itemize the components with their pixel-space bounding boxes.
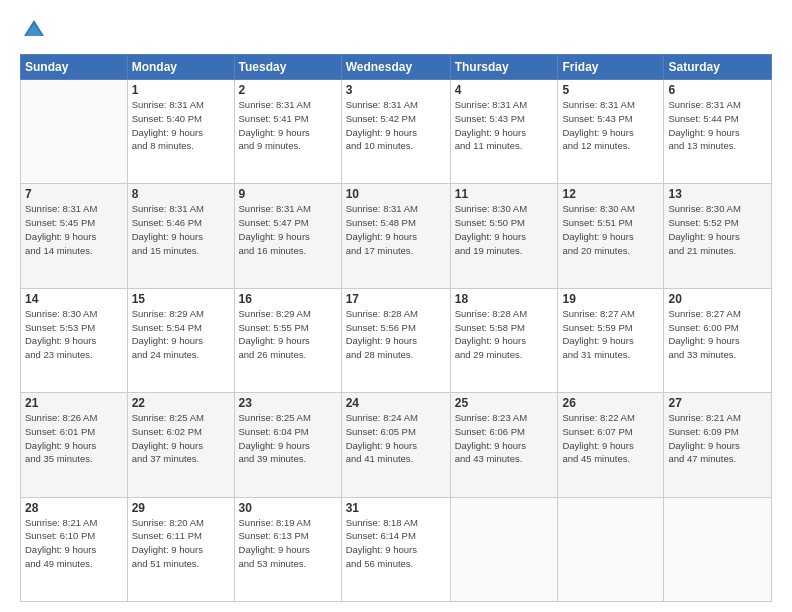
cell-2-3: 17Sunrise: 8:28 AMSunset: 5:56 PMDayligh…	[341, 288, 450, 392]
day-info: Sunrise: 8:31 AMSunset: 5:41 PMDaylight:…	[239, 98, 337, 153]
cell-4-2: 30Sunrise: 8:19 AMSunset: 6:13 PMDayligh…	[234, 497, 341, 601]
cell-0-2: 2Sunrise: 8:31 AMSunset: 5:41 PMDaylight…	[234, 80, 341, 184]
day-info: Sunrise: 8:31 AMSunset: 5:40 PMDaylight:…	[132, 98, 230, 153]
header	[20, 16, 772, 44]
day-number: 20	[668, 292, 767, 306]
cell-1-5: 12Sunrise: 8:30 AMSunset: 5:51 PMDayligh…	[558, 184, 664, 288]
cell-4-6	[664, 497, 772, 601]
week-row-4: 28Sunrise: 8:21 AMSunset: 6:10 PMDayligh…	[21, 497, 772, 601]
day-info: Sunrise: 8:31 AMSunset: 5:45 PMDaylight:…	[25, 202, 123, 257]
week-row-2: 14Sunrise: 8:30 AMSunset: 5:53 PMDayligh…	[21, 288, 772, 392]
cell-0-0	[21, 80, 128, 184]
cell-4-0: 28Sunrise: 8:21 AMSunset: 6:10 PMDayligh…	[21, 497, 128, 601]
day-info: Sunrise: 8:31 AMSunset: 5:43 PMDaylight:…	[455, 98, 554, 153]
week-row-1: 7Sunrise: 8:31 AMSunset: 5:45 PMDaylight…	[21, 184, 772, 288]
day-info: Sunrise: 8:26 AMSunset: 6:01 PMDaylight:…	[25, 411, 123, 466]
day-number: 8	[132, 187, 230, 201]
day-number: 4	[455, 83, 554, 97]
day-number: 13	[668, 187, 767, 201]
day-number: 6	[668, 83, 767, 97]
calendar-table: Sunday Monday Tuesday Wednesday Thursday…	[20, 54, 772, 602]
day-info: Sunrise: 8:31 AMSunset: 5:44 PMDaylight:…	[668, 98, 767, 153]
day-info: Sunrise: 8:30 AMSunset: 5:53 PMDaylight:…	[25, 307, 123, 362]
day-number: 21	[25, 396, 123, 410]
cell-4-4	[450, 497, 558, 601]
day-info: Sunrise: 8:23 AMSunset: 6:06 PMDaylight:…	[455, 411, 554, 466]
logo	[20, 16, 52, 44]
cell-1-3: 10Sunrise: 8:31 AMSunset: 5:48 PMDayligh…	[341, 184, 450, 288]
cell-0-1: 1Sunrise: 8:31 AMSunset: 5:40 PMDaylight…	[127, 80, 234, 184]
day-number: 16	[239, 292, 337, 306]
day-info: Sunrise: 8:30 AMSunset: 5:50 PMDaylight:…	[455, 202, 554, 257]
day-info: Sunrise: 8:25 AMSunset: 6:04 PMDaylight:…	[239, 411, 337, 466]
day-info: Sunrise: 8:21 AMSunset: 6:09 PMDaylight:…	[668, 411, 767, 466]
logo-icon	[20, 16, 48, 44]
day-info: Sunrise: 8:31 AMSunset: 5:43 PMDaylight:…	[562, 98, 659, 153]
cell-2-2: 16Sunrise: 8:29 AMSunset: 5:55 PMDayligh…	[234, 288, 341, 392]
col-tuesday: Tuesday	[234, 55, 341, 80]
day-info: Sunrise: 8:31 AMSunset: 5:47 PMDaylight:…	[239, 202, 337, 257]
cell-1-2: 9Sunrise: 8:31 AMSunset: 5:47 PMDaylight…	[234, 184, 341, 288]
day-info: Sunrise: 8:24 AMSunset: 6:05 PMDaylight:…	[346, 411, 446, 466]
day-info: Sunrise: 8:19 AMSunset: 6:13 PMDaylight:…	[239, 516, 337, 571]
cell-3-6: 27Sunrise: 8:21 AMSunset: 6:09 PMDayligh…	[664, 393, 772, 497]
col-monday: Monday	[127, 55, 234, 80]
day-number: 9	[239, 187, 337, 201]
day-number: 19	[562, 292, 659, 306]
day-info: Sunrise: 8:18 AMSunset: 6:14 PMDaylight:…	[346, 516, 446, 571]
day-info: Sunrise: 8:20 AMSunset: 6:11 PMDaylight:…	[132, 516, 230, 571]
day-number: 18	[455, 292, 554, 306]
day-number: 31	[346, 501, 446, 515]
day-number: 24	[346, 396, 446, 410]
day-number: 28	[25, 501, 123, 515]
header-row: Sunday Monday Tuesday Wednesday Thursday…	[21, 55, 772, 80]
day-info: Sunrise: 8:27 AMSunset: 5:59 PMDaylight:…	[562, 307, 659, 362]
day-info: Sunrise: 8:31 AMSunset: 5:48 PMDaylight:…	[346, 202, 446, 257]
day-number: 27	[668, 396, 767, 410]
col-sunday: Sunday	[21, 55, 128, 80]
day-number: 7	[25, 187, 123, 201]
page: Sunday Monday Tuesday Wednesday Thursday…	[0, 0, 792, 612]
col-wednesday: Wednesday	[341, 55, 450, 80]
day-number: 1	[132, 83, 230, 97]
cell-2-1: 15Sunrise: 8:29 AMSunset: 5:54 PMDayligh…	[127, 288, 234, 392]
day-number: 17	[346, 292, 446, 306]
day-info: Sunrise: 8:28 AMSunset: 5:56 PMDaylight:…	[346, 307, 446, 362]
cell-3-0: 21Sunrise: 8:26 AMSunset: 6:01 PMDayligh…	[21, 393, 128, 497]
col-saturday: Saturday	[664, 55, 772, 80]
day-number: 15	[132, 292, 230, 306]
day-number: 3	[346, 83, 446, 97]
day-number: 12	[562, 187, 659, 201]
cell-1-1: 8Sunrise: 8:31 AMSunset: 5:46 PMDaylight…	[127, 184, 234, 288]
col-friday: Friday	[558, 55, 664, 80]
week-row-3: 21Sunrise: 8:26 AMSunset: 6:01 PMDayligh…	[21, 393, 772, 497]
day-info: Sunrise: 8:31 AMSunset: 5:42 PMDaylight:…	[346, 98, 446, 153]
day-info: Sunrise: 8:27 AMSunset: 6:00 PMDaylight:…	[668, 307, 767, 362]
day-info: Sunrise: 8:22 AMSunset: 6:07 PMDaylight:…	[562, 411, 659, 466]
day-number: 23	[239, 396, 337, 410]
cell-2-5: 19Sunrise: 8:27 AMSunset: 5:59 PMDayligh…	[558, 288, 664, 392]
col-thursday: Thursday	[450, 55, 558, 80]
cell-2-6: 20Sunrise: 8:27 AMSunset: 6:00 PMDayligh…	[664, 288, 772, 392]
cell-4-1: 29Sunrise: 8:20 AMSunset: 6:11 PMDayligh…	[127, 497, 234, 601]
day-info: Sunrise: 8:29 AMSunset: 5:54 PMDaylight:…	[132, 307, 230, 362]
cell-0-5: 5Sunrise: 8:31 AMSunset: 5:43 PMDaylight…	[558, 80, 664, 184]
day-info: Sunrise: 8:29 AMSunset: 5:55 PMDaylight:…	[239, 307, 337, 362]
cell-0-6: 6Sunrise: 8:31 AMSunset: 5:44 PMDaylight…	[664, 80, 772, 184]
cell-2-0: 14Sunrise: 8:30 AMSunset: 5:53 PMDayligh…	[21, 288, 128, 392]
cell-1-4: 11Sunrise: 8:30 AMSunset: 5:50 PMDayligh…	[450, 184, 558, 288]
day-number: 25	[455, 396, 554, 410]
cell-3-3: 24Sunrise: 8:24 AMSunset: 6:05 PMDayligh…	[341, 393, 450, 497]
day-info: Sunrise: 8:30 AMSunset: 5:52 PMDaylight:…	[668, 202, 767, 257]
cell-1-6: 13Sunrise: 8:30 AMSunset: 5:52 PMDayligh…	[664, 184, 772, 288]
day-number: 30	[239, 501, 337, 515]
cell-4-3: 31Sunrise: 8:18 AMSunset: 6:14 PMDayligh…	[341, 497, 450, 601]
day-number: 29	[132, 501, 230, 515]
day-info: Sunrise: 8:21 AMSunset: 6:10 PMDaylight:…	[25, 516, 123, 571]
week-row-0: 1Sunrise: 8:31 AMSunset: 5:40 PMDaylight…	[21, 80, 772, 184]
cell-2-4: 18Sunrise: 8:28 AMSunset: 5:58 PMDayligh…	[450, 288, 558, 392]
cell-4-5	[558, 497, 664, 601]
day-number: 10	[346, 187, 446, 201]
cell-3-1: 22Sunrise: 8:25 AMSunset: 6:02 PMDayligh…	[127, 393, 234, 497]
day-number: 2	[239, 83, 337, 97]
